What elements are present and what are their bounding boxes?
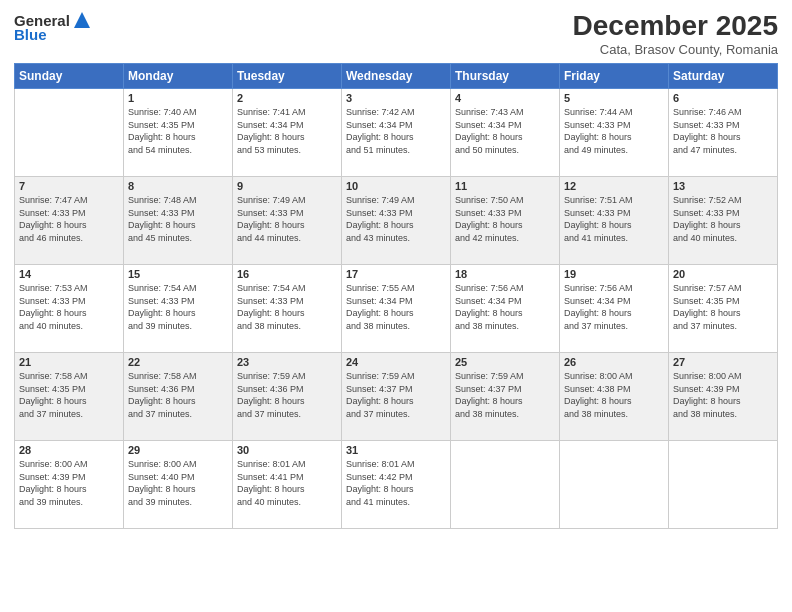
weekday-header-friday: Friday xyxy=(560,64,669,89)
day-number: 9 xyxy=(237,180,337,192)
day-info: Sunrise: 7:59 AM Sunset: 4:37 PM Dayligh… xyxy=(455,370,555,420)
calendar-day-cell: 10Sunrise: 7:49 AM Sunset: 4:33 PM Dayli… xyxy=(342,177,451,265)
calendar-week-row: 28Sunrise: 8:00 AM Sunset: 4:39 PM Dayli… xyxy=(15,441,778,529)
calendar-day-cell xyxy=(669,441,778,529)
calendar-day-cell: 26Sunrise: 8:00 AM Sunset: 4:38 PM Dayli… xyxy=(560,353,669,441)
calendar-day-cell: 2Sunrise: 7:41 AM Sunset: 4:34 PM Daylig… xyxy=(233,89,342,177)
day-number: 8 xyxy=(128,180,228,192)
logo-blue-text: Blue xyxy=(14,26,47,43)
day-info: Sunrise: 7:40 AM Sunset: 4:35 PM Dayligh… xyxy=(128,106,228,156)
calendar-day-cell: 27Sunrise: 8:00 AM Sunset: 4:39 PM Dayli… xyxy=(669,353,778,441)
day-info: Sunrise: 8:00 AM Sunset: 4:38 PM Dayligh… xyxy=(564,370,664,420)
day-number: 10 xyxy=(346,180,446,192)
day-info: Sunrise: 7:58 AM Sunset: 4:35 PM Dayligh… xyxy=(19,370,119,420)
day-info: Sunrise: 7:55 AM Sunset: 4:34 PM Dayligh… xyxy=(346,282,446,332)
calendar-day-cell: 6Sunrise: 7:46 AM Sunset: 4:33 PM Daylig… xyxy=(669,89,778,177)
calendar-day-cell: 15Sunrise: 7:54 AM Sunset: 4:33 PM Dayli… xyxy=(124,265,233,353)
calendar-table: SundayMondayTuesdayWednesdayThursdayFrid… xyxy=(14,63,778,529)
day-info: Sunrise: 7:52 AM Sunset: 4:33 PM Dayligh… xyxy=(673,194,773,244)
calendar-day-cell: 31Sunrise: 8:01 AM Sunset: 4:42 PM Dayli… xyxy=(342,441,451,529)
calendar-day-cell xyxy=(451,441,560,529)
day-number: 12 xyxy=(564,180,664,192)
day-info: Sunrise: 8:00 AM Sunset: 4:40 PM Dayligh… xyxy=(128,458,228,508)
day-number: 26 xyxy=(564,356,664,368)
calendar-day-cell: 11Sunrise: 7:50 AM Sunset: 4:33 PM Dayli… xyxy=(451,177,560,265)
day-info: Sunrise: 7:46 AM Sunset: 4:33 PM Dayligh… xyxy=(673,106,773,156)
day-info: Sunrise: 7:43 AM Sunset: 4:34 PM Dayligh… xyxy=(455,106,555,156)
logo-icon xyxy=(72,10,92,30)
title-block: December 2025 Cata, Brasov County, Roman… xyxy=(573,10,778,57)
weekday-header-row: SundayMondayTuesdayWednesdayThursdayFrid… xyxy=(15,64,778,89)
calendar-day-cell: 8Sunrise: 7:48 AM Sunset: 4:33 PM Daylig… xyxy=(124,177,233,265)
calendar-day-cell: 3Sunrise: 7:42 AM Sunset: 4:34 PM Daylig… xyxy=(342,89,451,177)
calendar-day-cell: 13Sunrise: 7:52 AM Sunset: 4:33 PM Dayli… xyxy=(669,177,778,265)
weekday-header-monday: Monday xyxy=(124,64,233,89)
month-title: December 2025 xyxy=(573,10,778,42)
day-info: Sunrise: 7:54 AM Sunset: 4:33 PM Dayligh… xyxy=(128,282,228,332)
day-number: 28 xyxy=(19,444,119,456)
weekday-header-saturday: Saturday xyxy=(669,64,778,89)
day-info: Sunrise: 7:57 AM Sunset: 4:35 PM Dayligh… xyxy=(673,282,773,332)
calendar-week-row: 14Sunrise: 7:53 AM Sunset: 4:33 PM Dayli… xyxy=(15,265,778,353)
calendar-day-cell: 21Sunrise: 7:58 AM Sunset: 4:35 PM Dayli… xyxy=(15,353,124,441)
calendar-day-cell: 30Sunrise: 8:01 AM Sunset: 4:41 PM Dayli… xyxy=(233,441,342,529)
day-number: 11 xyxy=(455,180,555,192)
day-number: 30 xyxy=(237,444,337,456)
calendar-week-row: 21Sunrise: 7:58 AM Sunset: 4:35 PM Dayli… xyxy=(15,353,778,441)
day-number: 6 xyxy=(673,92,773,104)
day-info: Sunrise: 7:42 AM Sunset: 4:34 PM Dayligh… xyxy=(346,106,446,156)
calendar-day-cell: 29Sunrise: 8:00 AM Sunset: 4:40 PM Dayli… xyxy=(124,441,233,529)
day-info: Sunrise: 7:48 AM Sunset: 4:33 PM Dayligh… xyxy=(128,194,228,244)
day-number: 13 xyxy=(673,180,773,192)
day-info: Sunrise: 7:49 AM Sunset: 4:33 PM Dayligh… xyxy=(237,194,337,244)
day-info: Sunrise: 7:54 AM Sunset: 4:33 PM Dayligh… xyxy=(237,282,337,332)
day-number: 16 xyxy=(237,268,337,280)
day-info: Sunrise: 7:53 AM Sunset: 4:33 PM Dayligh… xyxy=(19,282,119,332)
header: General Blue December 2025 Cata, Brasov … xyxy=(14,10,778,57)
day-number: 21 xyxy=(19,356,119,368)
svg-marker-0 xyxy=(74,12,90,28)
day-number: 29 xyxy=(128,444,228,456)
calendar-day-cell: 14Sunrise: 7:53 AM Sunset: 4:33 PM Dayli… xyxy=(15,265,124,353)
calendar-day-cell: 5Sunrise: 7:44 AM Sunset: 4:33 PM Daylig… xyxy=(560,89,669,177)
calendar-week-row: 7Sunrise: 7:47 AM Sunset: 4:33 PM Daylig… xyxy=(15,177,778,265)
day-info: Sunrise: 7:50 AM Sunset: 4:33 PM Dayligh… xyxy=(455,194,555,244)
day-number: 7 xyxy=(19,180,119,192)
calendar-day-cell: 24Sunrise: 7:59 AM Sunset: 4:37 PM Dayli… xyxy=(342,353,451,441)
day-number: 5 xyxy=(564,92,664,104)
calendar-day-cell: 20Sunrise: 7:57 AM Sunset: 4:35 PM Dayli… xyxy=(669,265,778,353)
calendar-day-cell: 9Sunrise: 7:49 AM Sunset: 4:33 PM Daylig… xyxy=(233,177,342,265)
day-number: 1 xyxy=(128,92,228,104)
day-number: 3 xyxy=(346,92,446,104)
calendar-day-cell: 28Sunrise: 8:00 AM Sunset: 4:39 PM Dayli… xyxy=(15,441,124,529)
day-number: 19 xyxy=(564,268,664,280)
page-container: General Blue December 2025 Cata, Brasov … xyxy=(0,0,792,612)
day-number: 22 xyxy=(128,356,228,368)
day-info: Sunrise: 8:01 AM Sunset: 4:42 PM Dayligh… xyxy=(346,458,446,508)
day-info: Sunrise: 7:49 AM Sunset: 4:33 PM Dayligh… xyxy=(346,194,446,244)
calendar-day-cell: 12Sunrise: 7:51 AM Sunset: 4:33 PM Dayli… xyxy=(560,177,669,265)
calendar-day-cell: 4Sunrise: 7:43 AM Sunset: 4:34 PM Daylig… xyxy=(451,89,560,177)
day-number: 24 xyxy=(346,356,446,368)
day-number: 25 xyxy=(455,356,555,368)
weekday-header-sunday: Sunday xyxy=(15,64,124,89)
day-number: 23 xyxy=(237,356,337,368)
day-info: Sunrise: 8:00 AM Sunset: 4:39 PM Dayligh… xyxy=(19,458,119,508)
calendar-day-cell: 18Sunrise: 7:56 AM Sunset: 4:34 PM Dayli… xyxy=(451,265,560,353)
weekday-header-thursday: Thursday xyxy=(451,64,560,89)
day-info: Sunrise: 7:44 AM Sunset: 4:33 PM Dayligh… xyxy=(564,106,664,156)
day-number: 31 xyxy=(346,444,446,456)
day-info: Sunrise: 8:00 AM Sunset: 4:39 PM Dayligh… xyxy=(673,370,773,420)
day-info: Sunrise: 7:51 AM Sunset: 4:33 PM Dayligh… xyxy=(564,194,664,244)
day-info: Sunrise: 8:01 AM Sunset: 4:41 PM Dayligh… xyxy=(237,458,337,508)
calendar-day-cell: 19Sunrise: 7:56 AM Sunset: 4:34 PM Dayli… xyxy=(560,265,669,353)
calendar-day-cell xyxy=(15,89,124,177)
calendar-day-cell: 23Sunrise: 7:59 AM Sunset: 4:36 PM Dayli… xyxy=(233,353,342,441)
day-number: 14 xyxy=(19,268,119,280)
day-info: Sunrise: 7:47 AM Sunset: 4:33 PM Dayligh… xyxy=(19,194,119,244)
calendar-day-cell: 7Sunrise: 7:47 AM Sunset: 4:33 PM Daylig… xyxy=(15,177,124,265)
calendar-day-cell: 17Sunrise: 7:55 AM Sunset: 4:34 PM Dayli… xyxy=(342,265,451,353)
day-info: Sunrise: 7:59 AM Sunset: 4:36 PM Dayligh… xyxy=(237,370,337,420)
day-number: 17 xyxy=(346,268,446,280)
day-info: Sunrise: 7:58 AM Sunset: 4:36 PM Dayligh… xyxy=(128,370,228,420)
